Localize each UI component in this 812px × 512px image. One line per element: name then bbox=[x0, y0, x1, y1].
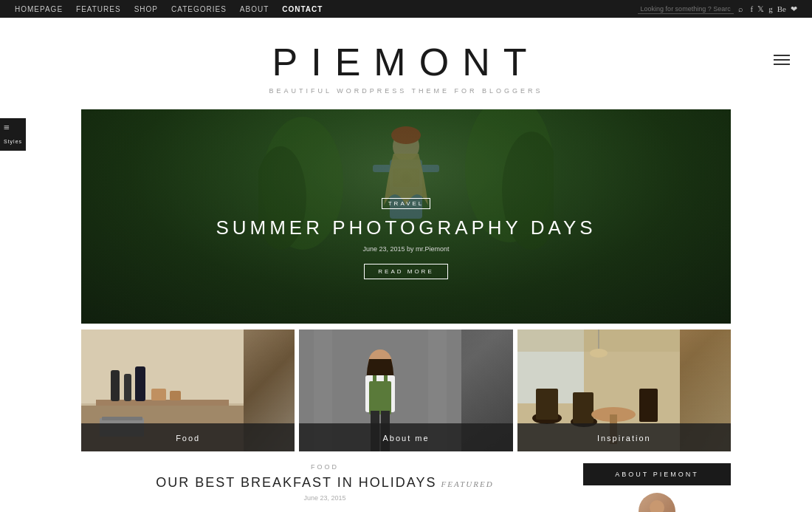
sidebar-right: ABOUT PIEMONT bbox=[583, 463, 731, 512]
post-date: June 23, 2015 bbox=[81, 494, 568, 502]
search-input[interactable] bbox=[638, 4, 734, 14]
post-category-tag[interactable]: FOOD bbox=[81, 463, 568, 471]
card-aboutme-label: About me bbox=[382, 434, 429, 443]
svg-rect-18 bbox=[151, 389, 166, 400]
hero-section: TRAVEL SUMMER PHOTOGRAPHY DAYS June 23, … bbox=[81, 109, 731, 324]
nav-about[interactable]: ABOUT bbox=[240, 5, 269, 13]
post-featured-label: featured bbox=[441, 479, 493, 488]
site-tagline: BEAUTIFUL WORDPRESS THEME FOR BLOGGERS bbox=[15, 87, 797, 95]
svg-point-46 bbox=[650, 500, 664, 512]
post-title: OUR BEST BREAKFAST IN HOLIDAYSfeatured bbox=[81, 475, 568, 491]
hero-title: SUMMER PHOTOGRAPHY DAYS bbox=[81, 216, 731, 239]
svg-rect-29 bbox=[369, 381, 391, 414]
hamburger-line-1 bbox=[774, 55, 790, 56]
site-header: PIEMONT BEAUTIFUL WORDPRESS THEME FOR BL… bbox=[0, 18, 812, 102]
card-food-label-bar: Food bbox=[81, 423, 295, 451]
styles-label: Styles bbox=[4, 139, 22, 144]
card-aboutme-label-bar: About me bbox=[299, 423, 512, 451]
styles-icon: ≡ bbox=[4, 123, 22, 133]
hamburger-line-3 bbox=[774, 64, 790, 65]
search-area: ⌕ bbox=[638, 4, 743, 14]
twitter-icon[interactable]: 𝕏 bbox=[757, 4, 764, 14]
hero-background: TRAVEL SUMMER PHOTOGRAPHY DAYS June 23, … bbox=[81, 109, 731, 324]
facebook-icon[interactable]: f bbox=[751, 4, 754, 13]
hero-read-more-button[interactable]: READ MORE bbox=[364, 264, 447, 279]
svg-rect-19 bbox=[170, 391, 181, 400]
card-food[interactable]: Food bbox=[81, 330, 295, 451]
svg-rect-30 bbox=[373, 375, 376, 384]
top-navigation: HOMEPAGE FEATURES SHOP CATEGORIES ABOUT … bbox=[0, 0, 812, 18]
nav-shop[interactable]: SHOP bbox=[134, 5, 158, 13]
styles-widget[interactable]: ≡ Styles bbox=[0, 118, 26, 151]
svg-rect-16 bbox=[124, 374, 131, 401]
hamburger-line-2 bbox=[774, 59, 790, 61]
svg-rect-17 bbox=[135, 366, 145, 401]
svg-point-45 bbox=[590, 349, 608, 358]
svg-rect-7 bbox=[373, 165, 391, 172]
googleplus-icon[interactable]: g bbox=[768, 4, 773, 13]
nav-links: HOMEPAGE FEATURES SHOP CATEGORIES ABOUT … bbox=[15, 5, 323, 13]
card-inspiration-label: Inspiration bbox=[597, 434, 651, 443]
hamburger-button[interactable] bbox=[774, 55, 790, 65]
hero-meta: June 23, 2015 by mr.Piemont bbox=[81, 245, 731, 253]
svg-rect-31 bbox=[384, 375, 388, 384]
nav-homepage[interactable]: HOMEPAGE bbox=[15, 5, 63, 13]
post-title-text: OUR BEST BREAKFAST IN HOLIDAYS bbox=[156, 475, 436, 490]
card-aboutme[interactable]: About me bbox=[299, 330, 512, 451]
nav-contact[interactable]: CONTACT bbox=[282, 5, 323, 13]
bottom-section: FOOD OUR BEST BREAKFAST IN HOLIDAYSfeatu… bbox=[81, 463, 731, 512]
svg-rect-37 bbox=[536, 389, 558, 420]
svg-rect-39 bbox=[573, 392, 593, 423]
svg-point-5 bbox=[391, 126, 421, 144]
pinterest-icon[interactable]: ❤ bbox=[791, 4, 797, 14]
svg-rect-8 bbox=[421, 165, 439, 172]
search-icon[interactable]: ⌕ bbox=[738, 4, 743, 13]
card-food-label: Food bbox=[176, 434, 200, 443]
site-title[interactable]: PIEMONT bbox=[15, 40, 797, 84]
svg-rect-22 bbox=[102, 417, 142, 420]
card-grid: Food bbox=[81, 330, 731, 451]
hero-overlay: TRAVEL SUMMER PHOTOGRAPHY DAYS June 23, … bbox=[81, 195, 731, 279]
social-icons: f 𝕏 g Be ❤ bbox=[751, 4, 797, 14]
nav-right: ⌕ f 𝕏 g Be ❤ bbox=[638, 4, 797, 14]
about-piemont-button[interactable]: ABOUT PIEMONT bbox=[583, 463, 731, 485]
nav-features[interactable]: FEATURES bbox=[76, 5, 121, 13]
svg-rect-42 bbox=[639, 389, 658, 422]
hero-category-badge: TRAVEL bbox=[382, 198, 431, 209]
card-inspiration[interactable]: Inspiration bbox=[517, 330, 731, 451]
card-inspiration-label-bar: Inspiration bbox=[517, 423, 731, 451]
nav-categories[interactable]: CATEGORIES bbox=[171, 5, 227, 13]
behance-icon[interactable]: Be bbox=[777, 4, 786, 13]
avatar bbox=[639, 493, 675, 512]
featured-post: FOOD OUR BEST BREAKFAST IN HOLIDAYSfeatu… bbox=[81, 463, 568, 502]
svg-rect-15 bbox=[111, 370, 120, 401]
